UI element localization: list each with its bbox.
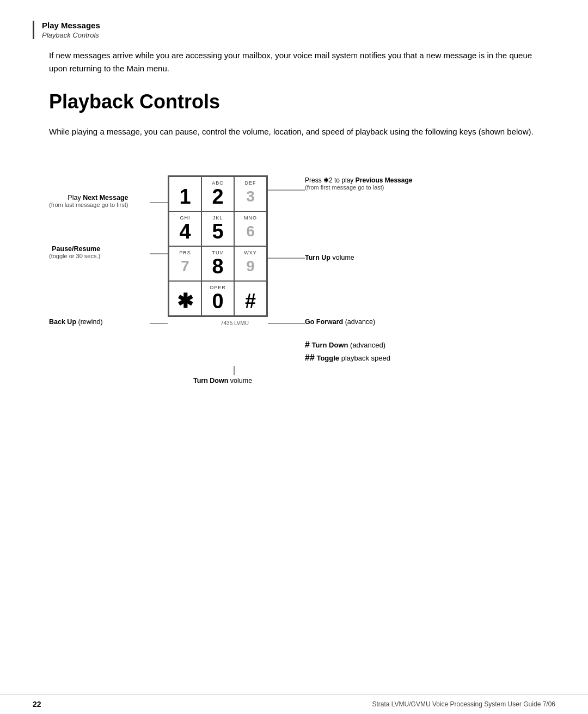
key-hash-symbol: # — [245, 291, 256, 311]
key-8-label: TUV — [202, 250, 234, 255]
annotation-prev-sub: (from first message go to last) — [305, 184, 412, 191]
annotation-pause-resume: Pause/Resume (toggle or 30 secs.) — [49, 245, 100, 259]
key-5: JKL 5 — [201, 211, 234, 246]
annotation-turn-down: Turn Down volume — [193, 377, 252, 385]
annotation-hash-symbol: # — [305, 340, 310, 349]
key-1-number: 1 — [179, 186, 191, 207]
page: Play Messages Playback Controls If new m… — [0, 0, 588, 714]
intro-text: If new messages arrive while you are acc… — [49, 49, 539, 75]
key-9-number: 9 — [246, 259, 255, 274]
keypad: 1 ABC 2 DEF 3 GHI 4 JKL 5 MNO 6 — [168, 175, 268, 317]
key-4: GHI 4 — [169, 211, 201, 246]
key-hash: # — [234, 281, 267, 316]
key-5-label: JKL — [202, 215, 234, 221]
annotation-hash-td-bold: Turn Down — [312, 341, 348, 349]
annotation-prev-bold: Previous Message — [356, 176, 413, 184]
key-7-number: 7 — [181, 259, 189, 274]
product-code: 7435 LVMU — [220, 320, 249, 326]
chapter-title: Playback Controls — [49, 90, 539, 113]
key-7: PRS 7 — [169, 246, 201, 281]
key-3: DEF 3 — [234, 176, 267, 211]
key-7-label: PRS — [169, 250, 201, 255]
annotation-hash-turn-down: # Turn Down (advanced) — [305, 340, 390, 350]
key-2-number: 2 — [212, 186, 223, 207]
annotation-hash-toggle: ## Toggle playback speed — [305, 353, 390, 363]
key-0: OPER 0 — [201, 281, 234, 316]
key-9-label: WXY — [235, 250, 266, 255]
key-8: TUV 8 — [201, 246, 234, 281]
key-4-label: GHI — [169, 215, 201, 221]
annotation-back-bold: Back Up — [49, 318, 76, 326]
key-5-number: 5 — [212, 221, 223, 242]
annotation-turn-down-bold: Turn Down — [193, 377, 228, 385]
key-star: ✱ — [169, 281, 201, 316]
key-2: ABC 2 — [201, 176, 234, 211]
key-0-label: OPER — [202, 285, 234, 290]
annotation-pause-sub: (toggle or 30 secs.) — [49, 253, 100, 259]
key-3-number: 3 — [246, 189, 255, 204]
header-subtitle: Playback Controls — [42, 31, 555, 39]
annotation-turn-up-bold: Turn Up — [305, 254, 330, 261]
key-3-label: DEF — [235, 180, 266, 186]
key-star-symbol: ✱ — [177, 291, 193, 311]
key-4-number: 4 — [179, 221, 191, 242]
key-6: MNO 6 — [234, 211, 267, 246]
annotation-turn-up: Turn Up volume — [305, 254, 354, 261]
annotation-hash-controls: # Turn Down (advanced) ## Toggle playbac… — [305, 340, 390, 363]
annotation-previous-msg: Press ✱2 to play Previous Message (from … — [305, 176, 412, 191]
header-title: Play Messages — [42, 21, 555, 30]
annotation-go-forward-bold: Go Forward — [305, 318, 343, 326]
annotation-go-forward: Go Forward (advance) — [305, 318, 375, 326]
annotation-pause-bold: Pause/Resume — [52, 245, 100, 253]
key-9: WXY 9 — [234, 246, 267, 281]
key-6-label: MNO — [235, 215, 266, 221]
key-8-number: 8 — [212, 256, 223, 277]
annotation-doublehash-symbol: ## — [305, 353, 315, 362]
annotation-play-next: Play Next Message (from last message go … — [49, 194, 128, 208]
footer: 22 Strata LVMU/GVMU Voice Processing Sys… — [0, 694, 588, 714]
footer-doc-title: Strata LVMU/GVMU Voice Processing System… — [372, 700, 555, 708]
key-1: 1 — [169, 176, 201, 211]
key-2-label: ABC — [202, 180, 234, 186]
key-0-number: 0 — [212, 291, 223, 312]
annotation-play-next-sub: (from last message go to first) — [49, 202, 128, 208]
annotation-toggle-bold: Toggle — [316, 354, 339, 362]
annotation-back-up: Back Up (rewind) — [49, 318, 103, 326]
annotation-play-next-bold: Next Message — [83, 194, 128, 202]
footer-page-number: 22 — [33, 700, 41, 709]
body-text: While playing a message, you can pause, … — [49, 125, 539, 138]
key-6-number: 6 — [246, 224, 255, 239]
